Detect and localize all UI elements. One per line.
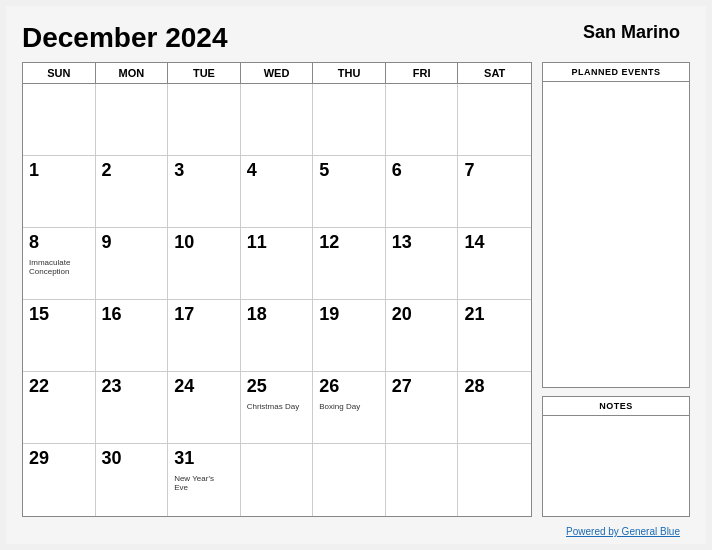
calendar-cell: 10 xyxy=(168,228,241,300)
day-number: 17 xyxy=(174,304,194,326)
event-label: Christmas Day xyxy=(247,402,299,412)
calendar-page: December 2024 San Marino SUNMONTUEWEDTHU… xyxy=(6,6,706,544)
day-number: 24 xyxy=(174,376,194,398)
day-number: 20 xyxy=(392,304,412,326)
calendar-cell: 12 xyxy=(313,228,386,300)
day-number: 25 xyxy=(247,376,267,398)
day-header: SUN xyxy=(23,63,96,83)
country-name: San Marino xyxy=(583,22,690,43)
calendar-cell xyxy=(241,444,314,516)
calendar-cell xyxy=(241,84,314,156)
day-number: 2 xyxy=(102,160,112,182)
calendar-cell: 2 xyxy=(96,156,169,228)
day-header: THU xyxy=(313,63,386,83)
day-number: 13 xyxy=(392,232,412,254)
day-number: 19 xyxy=(319,304,339,326)
day-header: WED xyxy=(241,63,314,83)
day-number: 28 xyxy=(464,376,484,398)
calendar-cell: 7 xyxy=(458,156,531,228)
day-number: 29 xyxy=(29,448,49,470)
calendar-cell: 21 xyxy=(458,300,531,372)
calendar-cell: 16 xyxy=(96,300,169,372)
planned-events-content xyxy=(543,82,689,387)
calendar-cell: 19 xyxy=(313,300,386,372)
calendar-cell: 17 xyxy=(168,300,241,372)
day-number: 22 xyxy=(29,376,49,398)
calendar-section: SUNMONTUEWEDTHUFRISAT 12345678Immaculate… xyxy=(22,62,532,517)
day-number: 18 xyxy=(247,304,267,326)
notes-content xyxy=(543,416,689,516)
calendar-cell: 28 xyxy=(458,372,531,444)
month-title: December 2024 xyxy=(22,22,227,54)
calendar-grid: 12345678Immaculate Conception91011121314… xyxy=(23,84,531,516)
day-number: 16 xyxy=(102,304,122,326)
calendar-cell: 5 xyxy=(313,156,386,228)
powered-by-link[interactable]: Powered by General Blue xyxy=(566,526,680,537)
day-number: 3 xyxy=(174,160,184,182)
calendar-cell xyxy=(458,84,531,156)
event-label: New Year's Eve xyxy=(174,474,214,493)
calendar-cell xyxy=(168,84,241,156)
calendar-cell: 30 xyxy=(96,444,169,516)
calendar-cell: 20 xyxy=(386,300,459,372)
calendar-cell xyxy=(386,84,459,156)
notes-title: NOTES xyxy=(543,397,689,416)
calendar-cell: 14 xyxy=(458,228,531,300)
day-number: 31 xyxy=(174,448,194,470)
day-header: TUE xyxy=(168,63,241,83)
calendar-cell: 31New Year's Eve xyxy=(168,444,241,516)
event-label: Immaculate Conception xyxy=(29,258,70,277)
calendar-cell xyxy=(458,444,531,516)
calendar-cell: 6 xyxy=(386,156,459,228)
calendar-cell xyxy=(23,84,96,156)
day-number: 12 xyxy=(319,232,339,254)
day-headers: SUNMONTUEWEDTHUFRISAT xyxy=(23,63,531,84)
day-number: 26 xyxy=(319,376,339,398)
footer: Powered by General Blue xyxy=(22,521,690,539)
calendar-cell xyxy=(386,444,459,516)
calendar-cell xyxy=(96,84,169,156)
calendar-cell: 15 xyxy=(23,300,96,372)
sidebar: PLANNED EVENTS NOTES xyxy=(542,62,690,517)
calendar-cell: 27 xyxy=(386,372,459,444)
day-number: 21 xyxy=(464,304,484,326)
day-number: 23 xyxy=(102,376,122,398)
day-header: FRI xyxy=(386,63,459,83)
day-number: 8 xyxy=(29,232,39,254)
day-number: 14 xyxy=(464,232,484,254)
calendar-cell: 1 xyxy=(23,156,96,228)
day-number: 27 xyxy=(392,376,412,398)
calendar-cell: 23 xyxy=(96,372,169,444)
day-number: 30 xyxy=(102,448,122,470)
calendar-cell: 13 xyxy=(386,228,459,300)
day-number: 4 xyxy=(247,160,257,182)
day-header: SAT xyxy=(458,63,531,83)
calendar-cell: 4 xyxy=(241,156,314,228)
day-number: 11 xyxy=(247,232,267,254)
day-number: 9 xyxy=(102,232,112,254)
calendar-cell xyxy=(313,84,386,156)
calendar-cell: 8Immaculate Conception xyxy=(23,228,96,300)
notes-box: NOTES xyxy=(542,396,690,517)
day-header: MON xyxy=(96,63,169,83)
day-number: 7 xyxy=(464,160,474,182)
calendar-cell: 18 xyxy=(241,300,314,372)
day-number: 5 xyxy=(319,160,329,182)
day-number: 10 xyxy=(174,232,194,254)
main-content: SUNMONTUEWEDTHUFRISAT 12345678Immaculate… xyxy=(22,62,690,517)
calendar-cell: 29 xyxy=(23,444,96,516)
day-number: 15 xyxy=(29,304,49,326)
calendar-cell: 26Boxing Day xyxy=(313,372,386,444)
planned-events-title: PLANNED EVENTS xyxy=(543,63,689,82)
header: December 2024 San Marino xyxy=(22,22,690,54)
calendar-cell: 3 xyxy=(168,156,241,228)
calendar-cell: 25Christmas Day xyxy=(241,372,314,444)
day-number: 1 xyxy=(29,160,39,182)
calendar-cell: 11 xyxy=(241,228,314,300)
planned-events-box: PLANNED EVENTS xyxy=(542,62,690,388)
calendar-cell: 24 xyxy=(168,372,241,444)
calendar-cell: 22 xyxy=(23,372,96,444)
day-number: 6 xyxy=(392,160,402,182)
calendar-cell: 9 xyxy=(96,228,169,300)
event-label: Boxing Day xyxy=(319,402,360,412)
